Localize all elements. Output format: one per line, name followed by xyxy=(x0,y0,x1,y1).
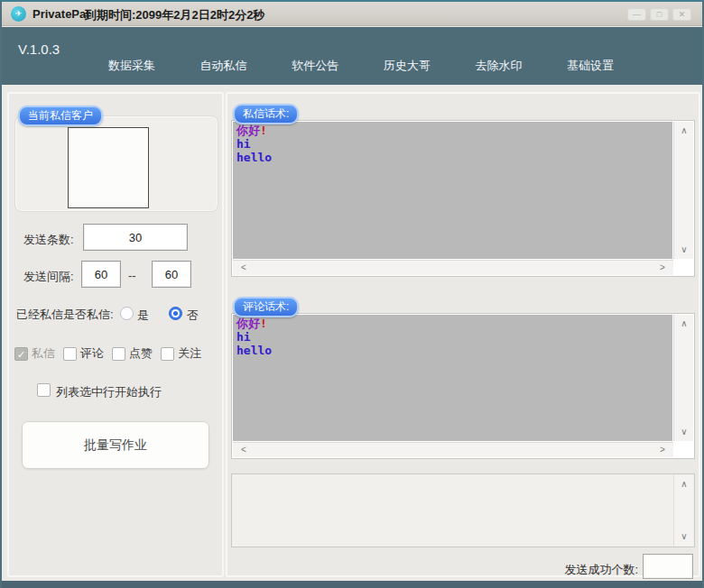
radio-yes-label[interactable]: 是 xyxy=(137,308,149,324)
checkbox-follow-label[interactable]: 关注 xyxy=(178,345,201,362)
radio-no[interactable] xyxy=(169,307,182,320)
interval-separator: -- xyxy=(128,269,136,282)
tab-auto-dm[interactable]: 自动私信 xyxy=(195,55,253,77)
dm-talk-badge: 私信话术: xyxy=(233,104,299,124)
checkbox-like[interactable] xyxy=(112,347,125,361)
version-label: V.1.0.3 xyxy=(18,41,60,57)
comment-vertical-scrollbar[interactable]: ∧ ∨ xyxy=(673,315,693,441)
tab-announcement[interactable]: 软件公告 xyxy=(286,55,344,77)
customer-avatar-placeholder xyxy=(68,127,149,208)
window-bottom-border xyxy=(2,581,702,588)
tab-watermark[interactable]: 去除水印 xyxy=(469,55,527,77)
checkbox-dm-label[interactable]: 私信 xyxy=(32,345,55,362)
resend-question-label: 已经私信是否私信: xyxy=(16,307,114,323)
app-window: ✈ PrivatePal 到期时间:2099年2月2日2时2分2秒 — □ ✕ … xyxy=(0,0,704,588)
checkbox-like-label[interactable]: 点赞 xyxy=(129,345,153,362)
checkbox-comment[interactable] xyxy=(63,347,77,361)
maximize-button[interactable]: □ xyxy=(650,8,669,21)
send-count-input[interactable] xyxy=(83,224,188,251)
log-output-box[interactable]: ∧ ∨ xyxy=(231,473,695,547)
send-count-label: 发送条数: xyxy=(23,232,74,248)
dm-horizontal-scrollbar[interactable]: < > xyxy=(233,260,673,275)
dm-line1: 你好 xyxy=(236,124,260,137)
window-controls: — □ ✕ xyxy=(627,8,691,21)
checkbox-dm[interactable]: ✓ xyxy=(14,347,28,361)
scroll-up-icon[interactable]: ∧ xyxy=(677,124,691,138)
current-customer-groupbox xyxy=(14,115,218,212)
interval-min-input[interactable] xyxy=(81,261,121,288)
checkbox-comment-label[interactable]: 评论 xyxy=(80,345,104,362)
dm-talk-textarea[interactable]: 你好! hi hello xyxy=(233,122,672,259)
app-logo-icon: ✈ xyxy=(11,6,26,22)
radio-no-label[interactable]: 否 xyxy=(187,308,199,324)
batch-write-button[interactable]: 批量写作业 xyxy=(22,421,209,469)
comment-line2: hi xyxy=(236,330,669,344)
tab-data-collect[interactable]: 数据采集 xyxy=(103,55,161,77)
start-from-selected-row-label[interactable]: 列表选中行开始执行 xyxy=(56,384,162,400)
comment-horizontal-scrollbar[interactable]: < > xyxy=(233,442,673,457)
dm-line2: hi xyxy=(236,137,669,151)
comment-talk-box: 你好! hi hello ∧ ∨ < > xyxy=(231,313,695,459)
dm-talk-box: 你好! hi hello ∧ ∨ < > xyxy=(231,120,695,277)
scroll-right-icon[interactable]: > xyxy=(655,261,670,275)
tab-history[interactable]: 历史大哥 xyxy=(378,55,436,77)
tab-basic-settings[interactable]: 基础设置 xyxy=(561,55,619,77)
comment-line1: 你好 xyxy=(236,317,260,330)
expiry-time-label: 到期时间:2099年2月2日2时2分2秒 xyxy=(85,7,264,23)
scroll-left-icon[interactable]: < xyxy=(236,261,251,275)
scroll-down-icon[interactable]: ∨ xyxy=(677,529,691,544)
scroll-down-icon[interactable]: ∨ xyxy=(677,243,691,257)
success-count-label: 发送成功个数: xyxy=(509,562,638,578)
app-title: PrivatePal xyxy=(32,7,89,21)
close-button[interactable]: ✕ xyxy=(672,8,691,21)
success-count-input[interactable] xyxy=(643,554,693,579)
scroll-up-icon[interactable]: ∧ xyxy=(677,477,691,492)
scroll-left-icon[interactable]: < xyxy=(236,443,251,457)
dm-line3: hello xyxy=(236,151,669,164)
comment-line1-mark: ! xyxy=(260,317,267,330)
nav-tabs: 数据采集 自动私信 软件公告 历史大哥 去除水印 基础设置 xyxy=(103,55,619,77)
nav-bar: V.1.0.3 数据采集 自动私信 软件公告 历史大哥 去除水印 基础设置 xyxy=(2,27,702,85)
log-vertical-scrollbar[interactable]: ∧ ∨ xyxy=(673,475,693,546)
title-bar: ✈ PrivatePal 到期时间:2099年2月2日2时2分2秒 — □ ✕ xyxy=(2,2,702,26)
scroll-right-icon[interactable]: > xyxy=(655,443,670,457)
comment-talk-badge: 评论话术: xyxy=(233,297,299,317)
dm-vertical-scrollbar[interactable]: ∧ ∨ xyxy=(673,122,693,259)
checkbox-start-from-selected-row[interactable] xyxy=(37,383,51,397)
current-customer-badge: 当前私信客户 xyxy=(18,106,103,126)
scroll-up-icon[interactable]: ∧ xyxy=(677,317,691,331)
dm-line1-mark: ! xyxy=(260,124,267,137)
minimize-button[interactable]: — xyxy=(627,8,646,21)
scroll-down-icon[interactable]: ∨ xyxy=(677,425,691,439)
checkbox-follow[interactable] xyxy=(161,347,174,361)
interval-max-input[interactable] xyxy=(152,261,191,288)
send-interval-label: 发送间隔: xyxy=(23,269,74,285)
comment-line3: hello xyxy=(236,344,669,357)
comment-talk-textarea[interactable]: 你好! hi hello xyxy=(233,315,672,441)
action-checkbox-row: ✓ 私信 评论 点赞 关注 xyxy=(14,345,209,362)
radio-yes[interactable] xyxy=(120,307,134,320)
